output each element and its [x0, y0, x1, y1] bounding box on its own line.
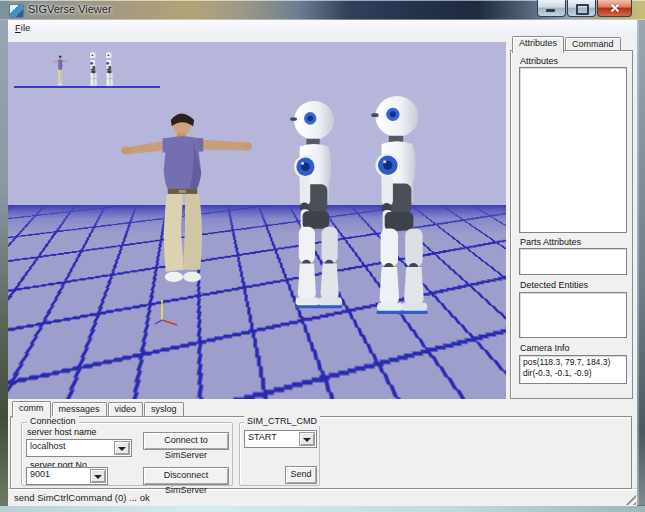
sim-ctrl-dropdown-button[interactable] [299, 432, 315, 446]
chevron-down-icon [118, 447, 126, 451]
3d-viewport[interactable] [8, 42, 506, 399]
window-title: SIGVerse Viewer [28, 3, 112, 15]
camera-info-box: pos(118.3, 79.7, 184.3)dir(-0.3, -0.1, -… [519, 355, 627, 384]
connect-button[interactable]: Connect to SimServer [143, 432, 229, 450]
tab-messages[interactable]: messages [52, 402, 107, 417]
server-host-combobox[interactable]: localhost [26, 439, 132, 457]
robot-entity-2[interactable] [356, 94, 438, 318]
menu-file[interactable]: File [8, 20, 37, 33]
sim-ctrl-command-value: START [248, 432, 277, 442]
detected-entities-label: Detected Entities [520, 280, 588, 290]
world-axis-icon [148, 298, 180, 328]
app-window: SIGVerse Viewer File [0, 0, 645, 512]
server-host-dropdown-button[interactable] [114, 441, 130, 455]
window-frame-right [637, 20, 645, 505]
distant-robot-2[interactable] [103, 52, 115, 87]
attributes-listbox[interactable] [519, 67, 627, 233]
minimize-button[interactable] [537, 0, 566, 17]
camera-dir: dir(-0.3, -0.1, -0.9) [523, 368, 592, 378]
chevron-down-icon [303, 438, 311, 442]
tab-comm[interactable]: comm [12, 401, 51, 418]
maximize-button[interactable] [567, 0, 596, 17]
camera-pos: pos(118.3, 79.7, 184.3) [523, 357, 610, 367]
server-port-dropdown-button[interactable] [90, 469, 106, 483]
window-frame-left [0, 20, 8, 505]
comm-panel: Connection server host name localhost se… [10, 416, 632, 489]
attributes-label: Attributes [520, 56, 558, 66]
minimize-icon [546, 9, 555, 12]
send-button[interactable]: Send [285, 466, 317, 484]
robot-entity-1[interactable] [276, 99, 352, 312]
status-message: send SimCtrlCommand (0) ... ok [14, 492, 150, 503]
server-port-combobox[interactable]: 9001 [26, 467, 108, 485]
server-host-label: server host name [27, 427, 97, 437]
distant-human-avatar[interactable] [53, 55, 68, 87]
bottom-tabs: comm messages video syslog [12, 401, 185, 417]
parts-attributes-label: Parts Attributes [520, 237, 581, 247]
client-area: Attributes Command Attributes Parts Attr… [8, 36, 637, 505]
title-bar[interactable]: SIGVerse Viewer [0, 0, 645, 20]
window-frame-bottom [0, 505, 645, 512]
app-icon [9, 4, 24, 18]
tab-syslog[interactable]: syslog [144, 402, 184, 417]
connection-group: Connection server host name localhost se… [21, 422, 233, 486]
camera-info-label: Camera Info [520, 343, 570, 353]
tab-video[interactable]: video [108, 402, 144, 417]
distant-robot-1[interactable] [87, 52, 99, 87]
detected-entities-box[interactable] [519, 292, 627, 338]
human-avatar[interactable] [118, 110, 252, 292]
sim-ctrl-command-combobox[interactable]: START [244, 430, 317, 448]
maximize-icon [576, 4, 589, 15]
disconnect-button[interactable]: Disconnect SimServer [143, 467, 229, 485]
attributes-panel: Attributes Parts Attributes Detected Ent… [510, 50, 633, 399]
status-bar: send SimCtrlCommand (0) ... ok [8, 488, 637, 506]
sim-ctrl-cmd-group: SIM_CTRL_CMD START Send [239, 422, 320, 486]
server-port-value: 9001 [30, 469, 50, 479]
parts-attributes-box[interactable] [519, 248, 627, 275]
server-host-value: localhost [30, 441, 66, 451]
resize-grip[interactable] [623, 492, 636, 505]
sim-ctrl-cmd-label: SIM_CTRL_CMD [244, 416, 320, 426]
close-icon [610, 3, 619, 12]
close-button[interactable] [597, 0, 632, 17]
chevron-down-icon [94, 475, 102, 479]
menu-bar: File [8, 20, 637, 37]
tab-attributes[interactable]: Attributes [512, 36, 564, 53]
